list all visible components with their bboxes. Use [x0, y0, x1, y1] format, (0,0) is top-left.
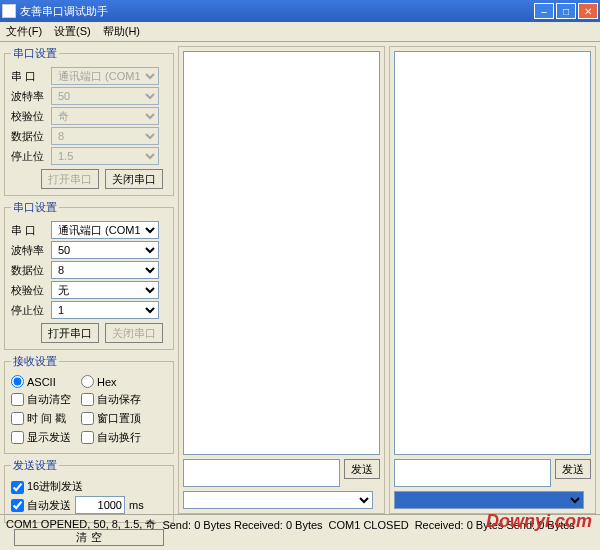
send-button-2[interactable]: 发送	[555, 459, 591, 479]
send-settings: 发送设置 16进制发送 自动发送 ms	[4, 458, 174, 523]
group1-legend: 串口设置	[11, 46, 59, 61]
app-icon	[2, 4, 16, 18]
receive-area-2[interactable]	[394, 51, 591, 455]
open-port-1-button: 打开串口	[41, 169, 99, 189]
recv-legend: 接收设置	[11, 354, 59, 369]
receive-settings: 接收设置 ASCII Hex 自动清空 自动保存 时 间 戳 窗口置顶 显示发送…	[4, 354, 174, 454]
status-mid: COM1 CLOSED	[329, 519, 409, 531]
window-title: 友善串口调试助手	[20, 4, 534, 19]
stop-select-2[interactable]: 1	[51, 301, 159, 319]
data-select-2[interactable]: 8	[51, 261, 159, 279]
menu-help[interactable]: 帮助(H)	[103, 24, 140, 39]
ascii-radio[interactable]: ASCII	[11, 375, 81, 388]
status-sr1: Send: 0 Bytes Received: 0 Bytes	[162, 519, 322, 531]
menu-file[interactable]: 文件(F)	[6, 24, 42, 39]
history-combo-2[interactable]	[394, 491, 584, 509]
maximize-button[interactable]: □	[556, 3, 576, 19]
menu-bar: 文件(F) 设置(S) 帮助(H)	[0, 22, 600, 42]
baud-select-2[interactable]: 50	[51, 241, 159, 259]
title-bar: 友善串口调试助手 – □ ✕	[0, 0, 600, 22]
stop-select-1: 1.5	[51, 147, 159, 165]
autosend-check[interactable]: 自动发送	[11, 498, 71, 513]
baud-select-1: 50	[51, 87, 159, 105]
ontop-check[interactable]: 窗口置顶	[81, 411, 151, 426]
port-select-1: 通讯端口 (COM1)	[51, 67, 159, 85]
minimize-button[interactable]: –	[534, 3, 554, 19]
menu-settings[interactable]: 设置(S)	[54, 24, 91, 39]
send-legend: 发送设置	[11, 458, 59, 473]
status-sr2: Received: 0 Bytes Send: 0 Bytes	[415, 519, 575, 531]
close-port-2-button: 关闭串口	[105, 323, 163, 343]
group2-legend: 串口设置	[11, 200, 59, 215]
hex-radio[interactable]: Hex	[81, 375, 151, 388]
history-combo-1[interactable]	[183, 491, 373, 509]
autoclear-check[interactable]: 自动清空	[11, 392, 81, 407]
open-port-2-button[interactable]: 打开串口	[41, 323, 99, 343]
showsend-check[interactable]: 显示发送	[11, 430, 81, 445]
close-port-1-button[interactable]: 关闭串口	[105, 169, 163, 189]
parity-select-2[interactable]: 无	[51, 281, 159, 299]
send-input-2[interactable]	[394, 459, 551, 487]
send-button-1[interactable]: 发送	[344, 459, 380, 479]
receive-area-1[interactable]	[183, 51, 380, 455]
parity-select-1: 奇	[51, 107, 159, 125]
autosave-check[interactable]: 自动保存	[81, 392, 151, 407]
left-pane: 发送	[178, 46, 385, 514]
send-input-1[interactable]	[183, 459, 340, 487]
port-select-2[interactable]: 通讯端口 (COM1)	[51, 221, 159, 239]
serial-settings-2: 串口设置 串 口通讯端口 (COM1) 波特率50 数据位8 校验位无 停止位1…	[4, 200, 174, 350]
status-left: COM1 OPENED, 50, 8, 1.5, 奇	[6, 517, 156, 532]
status-bar: COM1 OPENED, 50, 8, 1.5, 奇 Send: 0 Bytes…	[0, 514, 600, 534]
hexsend-check[interactable]: 16进制发送	[11, 479, 83, 494]
timestamp-check[interactable]: 时 间 戳	[11, 411, 81, 426]
close-button[interactable]: ✕	[578, 3, 598, 19]
right-pane: 发送	[389, 46, 596, 514]
data-select-1: 8	[51, 127, 159, 145]
serial-settings-1: 串口设置 串 口通讯端口 (COM1) 波特率50 校验位奇 数据位8 停止位1…	[4, 46, 174, 196]
interval-input[interactable]	[75, 496, 125, 514]
autowrap-check[interactable]: 自动换行	[81, 430, 151, 445]
